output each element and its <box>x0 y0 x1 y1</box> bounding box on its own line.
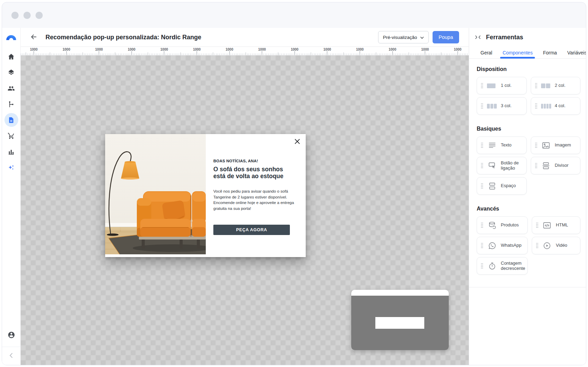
drag-handle-icon[interactable] <box>481 183 483 189</box>
popup-cta-button[interactable]: PEÇA AGORA <box>213 225 290 235</box>
popup-body-text[interactable]: Você nos pediu para avisar quando o sofá… <box>213 188 297 211</box>
drag-handle-icon[interactable] <box>535 163 537 169</box>
component-card-4-col[interactable]: 4 col. <box>531 97 581 115</box>
col-4-icon <box>540 102 552 110</box>
component-card-botao-de-ligacao[interactable]: Botão de ligação <box>477 157 527 174</box>
sidebar-item-ai[interactable] <box>4 161 18 174</box>
ruler-tick-label: 1000 <box>92 48 106 51</box>
component-card-html[interactable]: HTML <box>532 216 580 234</box>
component-card-label: WhatsApp <box>501 243 521 248</box>
editor-header: Recomendação pop-up personalizada: Nordi… <box>21 28 469 47</box>
popup-preview[interactable]: BOAS NOTÍCIAS, ANA! O sofá dos seus sonh… <box>105 134 306 257</box>
component-card-texto[interactable]: Texto <box>477 136 527 154</box>
col-2-icon <box>540 82 552 90</box>
save-button[interactable]: Poupa <box>433 31 459 43</box>
back-button[interactable] <box>29 32 39 43</box>
ruler-tick-label: 1000 <box>157 48 171 51</box>
tab-variaveis[interactable]: Variáveis <box>567 47 586 58</box>
drag-handle-icon[interactable] <box>535 83 537 89</box>
section-cards: ProdutosHTMLWhatsAppVidéoContagem decres… <box>477 216 580 275</box>
sidebar-item-layers[interactable] <box>4 65 18 79</box>
component-card-divisor[interactable]: Divisor <box>531 157 581 174</box>
teaser-body <box>351 296 449 350</box>
component-card-video[interactable]: Vidéo <box>532 237 580 254</box>
drag-handle-icon[interactable] <box>536 243 538 248</box>
html-icon <box>541 221 553 230</box>
panel-sections: Disposition1 col.2 col.3 col.4 col.Basiq… <box>477 66 580 275</box>
component-card-label: Botão de ligação <box>501 161 524 171</box>
brand-logo[interactable] <box>2 28 20 47</box>
sidebar-item-automation[interactable] <box>4 97 18 111</box>
component-card-contagem-decrescente[interactable]: Contagem decrescente <box>477 257 528 275</box>
editor-column: Recomendação pop-up personalizada: Nordi… <box>21 28 469 365</box>
tab-componentes[interactable]: Componentes <box>503 47 533 58</box>
ruler-tick-label: 1000 <box>386 48 399 51</box>
drag-handle-icon[interactable] <box>535 142 537 148</box>
tab-forma[interactable]: Forma <box>543 47 557 58</box>
sidebar-item-home[interactable] <box>4 50 18 63</box>
drag-handle-icon[interactable] <box>536 222 538 228</box>
canvas-ruler: 1000100010001000100010001000100010001000… <box>21 47 469 55</box>
drag-handle-icon[interactable] <box>481 83 483 89</box>
drag-handle-icon[interactable] <box>481 163 483 169</box>
editor-canvas[interactable]: BOAS NOTÍCIAS, ANA! O sofá dos seus sonh… <box>21 55 469 365</box>
component-card-2-col[interactable]: 2 col. <box>531 77 581 94</box>
sidebar-item-ecommerce[interactable] <box>4 129 18 143</box>
layers-icon <box>8 69 15 76</box>
component-card-imagem[interactable]: Imagem <box>531 136 581 154</box>
automation-icon <box>8 101 15 108</box>
component-card-label: Vidéo <box>556 243 567 248</box>
tab-geral[interactable]: Geral <box>480 47 492 58</box>
drag-handle-icon[interactable] <box>481 222 483 228</box>
drag-handle-icon[interactable] <box>481 103 483 109</box>
sidebar-item-documents[interactable] <box>4 113 18 127</box>
sidebar-item-contacts[interactable] <box>4 81 18 95</box>
popup-eyebrow[interactable]: BOAS NOTÍCIAS, ANA! <box>213 159 297 163</box>
drag-handle-icon[interactable] <box>481 263 483 269</box>
drag-handle-icon[interactable] <box>481 142 483 148</box>
component-card-label: 2 col. <box>555 83 566 88</box>
video-icon <box>541 241 553 250</box>
account-button[interactable] <box>4 329 18 343</box>
panel-collapse-button[interactable] <box>474 34 481 41</box>
drag-handle-icon[interactable] <box>481 243 483 248</box>
teaser-button-placeholder <box>375 317 424 329</box>
teaser-card[interactable] <box>351 290 449 350</box>
countdown-icon <box>486 262 498 271</box>
popup-image-component[interactable] <box>105 134 206 254</box>
window-control-dot[interactable] <box>36 12 43 19</box>
popup-headline[interactable]: O sofá dos seus sonhos está de volta ao … <box>213 166 287 180</box>
page-title: Recomendação pop-up personalizada: Nordi… <box>45 34 201 41</box>
component-card-label: Imagem <box>555 143 571 148</box>
sidebar-collapse-button[interactable] <box>2 347 20 365</box>
component-card-espaco[interactable]: Espaço <box>477 177 527 195</box>
component-card-label: Produtos <box>501 223 519 228</box>
sidebar-item-statistics[interactable] <box>4 145 18 159</box>
popup-content: BOAS NOTÍCIAS, ANA! O sofá dos seus sonh… <box>206 134 306 257</box>
tools-panel-header: Ferramentas <box>469 28 586 47</box>
ruler-tick-label: 1000 <box>27 48 41 51</box>
window-control-dot[interactable] <box>23 12 31 19</box>
component-card-3-col[interactable]: 3 col. <box>477 97 527 115</box>
sidebar-bottom <box>2 329 20 365</box>
image-icon <box>540 141 552 150</box>
contacts-icon <box>8 85 15 92</box>
cart-icon <box>8 132 15 140</box>
drag-handle-icon[interactable] <box>535 103 537 109</box>
section-cards: TextoImagemBotão de ligaçãoDivisorEspaço <box>477 136 580 195</box>
col-3-icon <box>486 102 498 110</box>
component-card-produtos[interactable]: Produtos <box>477 216 528 234</box>
products-icon <box>486 221 498 230</box>
panel-divider <box>469 287 586 287</box>
component-card-1-col[interactable]: 1 col. <box>477 77 527 94</box>
ruler-tick-label: 1000 <box>353 48 367 51</box>
component-card-label: 3 col. <box>501 103 511 109</box>
section-title: Avancés <box>477 206 580 212</box>
ruler-tick-label: 1000 <box>320 48 334 51</box>
window-control-dot[interactable] <box>11 12 19 19</box>
panel-collapse-icon <box>475 34 481 41</box>
component-card-whatsapp[interactable]: WhatsApp <box>477 237 528 254</box>
account-icon <box>8 331 15 340</box>
preview-dropdown[interactable]: Pré-visualização <box>378 31 429 43</box>
component-card-label: Contagem decrescente <box>501 261 525 271</box>
